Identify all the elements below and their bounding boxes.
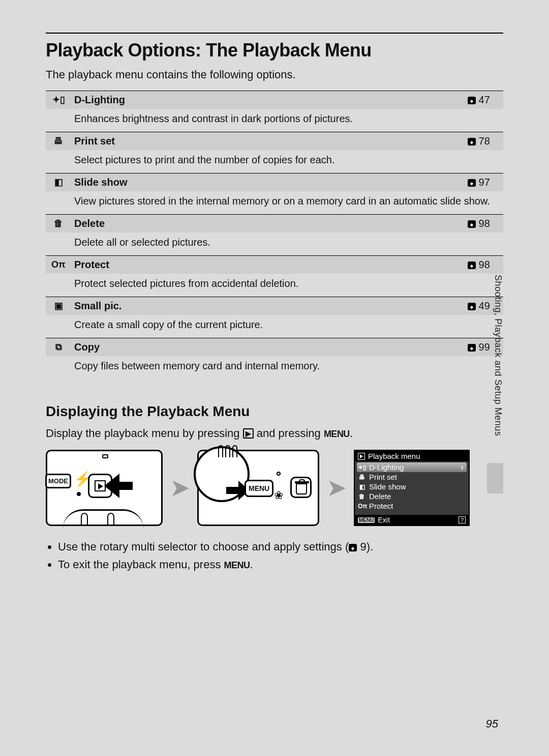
option-description: Copy files between memory card and inter…	[69, 356, 503, 379]
manual-page: Playback Options: The Playback Menu The …	[0, 0, 549, 756]
option-page-ref: ⬥ 47	[463, 91, 503, 109]
side-tab-label: Shooting, Playback and Setup Menus	[487, 275, 503, 436]
indicator-dot-icon	[277, 472, 281, 476]
screen-menu-item: 🖶Print set	[357, 472, 467, 482]
instr-mid: and pressing	[257, 427, 324, 440]
list-item: Use the rotary multi selector to choose …	[58, 538, 503, 555]
note-text: ).	[367, 540, 373, 553]
menu-item-label: Print set	[369, 473, 397, 481]
page-ref-icon: ⬥	[468, 220, 476, 228]
option-header-row: ◧Slide show⬥ 97	[46, 173, 503, 191]
option-desc-row: View pictures stored in the internal mem…	[46, 191, 503, 215]
sequence-arrow-icon: ➤	[326, 476, 347, 500]
page-ref-icon: ⬥	[468, 303, 476, 310]
top-rule	[46, 33, 503, 34]
option-icon: ◧	[46, 173, 69, 191]
option-icon: 🗑	[46, 214, 69, 232]
screen-menu-item: OπProtect	[357, 501, 467, 511]
option-header-row: 🗑Delete⬥ 98	[46, 214, 503, 232]
screen-footer: MENU Exit ?	[355, 515, 469, 525]
menu-item-label: Slide show	[369, 482, 406, 491]
page-ref-icon: ⬥	[468, 261, 476, 269]
option-description: View pictures stored in the internal mem…	[69, 191, 503, 215]
page-ref-icon: ⬥	[468, 138, 476, 146]
list-item: To exit the playback menu, press MENU.	[58, 556, 503, 573]
delete-button-icon	[290, 477, 312, 498]
page-number: 95	[486, 717, 498, 731]
screen-menu-item: 🗑Delete	[357, 491, 467, 501]
option-page-ref: ⬥ 78	[463, 132, 503, 150]
screen-menu-item: ✦▯D-Lighting	[357, 462, 467, 472]
option-header-row: ✦▯D-Lighting⬥ 47	[46, 91, 503, 109]
option-title: Protect	[69, 255, 463, 274]
macro-icon: ❀	[274, 489, 283, 502]
menu-button-label: MENU	[324, 428, 350, 440]
indicator-dot-icon	[77, 492, 81, 496]
menu-item-icon: ◧	[358, 483, 366, 490]
option-icon: Oπ	[46, 255, 69, 274]
option-header-row: 🖶Print set⬥ 78	[46, 132, 503, 150]
note-text: .	[250, 558, 253, 571]
mode-button-icon: MODE	[45, 474, 71, 488]
option-title: Print set	[69, 132, 463, 150]
menu-item-icon: 🖶	[358, 474, 366, 481]
note-text: To exit the playback menu, press	[58, 558, 224, 571]
option-icon: ▣	[46, 297, 69, 315]
option-desc-row: Protect selected pictures from accidenta…	[46, 274, 503, 297]
menu-button-icon: MENU	[245, 480, 273, 497]
page-ref-number: 9	[360, 540, 366, 553]
menu-item-label: Delete	[369, 492, 391, 501]
option-page-ref: ⬥ 97	[463, 173, 503, 191]
page-ref-icon: ⬥	[468, 344, 476, 352]
screen-title: Playback menu	[368, 452, 420, 460]
option-page-ref: ⬥ 98	[463, 255, 503, 274]
option-desc-row: Select pictures to print and the number …	[46, 150, 503, 173]
menu-item-label: D-Lighting	[369, 463, 404, 472]
side-tab-marker	[487, 463, 503, 493]
intro-text: The playback menu contains the following…	[46, 67, 503, 82]
viewfinder-icon	[102, 454, 108, 458]
exit-label: Exit	[378, 516, 389, 524]
option-title: Slide show	[69, 173, 463, 191]
option-header-row: ▣Small pic.⬥ 49	[46, 297, 503, 315]
option-desc-row: Copy files between memory card and inter…	[46, 356, 503, 379]
display-instruction: Display the playback menu by pressing ▶ …	[46, 426, 503, 441]
screen-title-bar: Playback menu	[355, 451, 469, 461]
option-header-row: ⧉Copy⬥ 99	[46, 338, 503, 356]
page-title: Playback Options: The Playback Menu	[46, 40, 503, 61]
option-title: Copy	[69, 338, 463, 356]
instr-post: .	[350, 427, 353, 440]
menu-item-label: Protect	[369, 502, 393, 510]
option-header-row: OπProtect⬥ 98	[46, 255, 503, 274]
option-description: Create a small copy of the current pictu…	[69, 315, 503, 338]
multi-selector-icon	[63, 509, 144, 530]
option-icon: ✦▯	[46, 91, 69, 109]
page-ref-icon: ⬥	[349, 544, 357, 551]
note-text: Use the rotary multi selector to choose …	[58, 540, 349, 553]
option-description: Protect selected pictures from accidenta…	[69, 274, 503, 297]
option-title: D-Lighting	[69, 91, 463, 109]
section-heading: Displaying the Playback Menu	[46, 403, 503, 420]
option-title: Small pic.	[69, 297, 463, 315]
menu-item-icon: ✦▯	[358, 464, 366, 471]
option-icon: 🖶	[46, 132, 69, 150]
menu-button-label: MENU	[224, 559, 250, 572]
option-icon: ⧉	[46, 338, 69, 356]
press-arrow-icon	[112, 475, 148, 497]
screen-menu-item: ◧Slide show	[357, 482, 467, 491]
option-description: Enhances brightness and contrast in dark…	[69, 109, 503, 132]
option-page-ref: ⬥ 98	[463, 214, 503, 232]
page-ref-icon: ⬥	[468, 97, 476, 104]
playback-menu-screenshot: Playback menu ✦▯D-Lighting🖶Print set◧Sli…	[354, 450, 470, 526]
page-ref-icon: ⬥	[468, 179, 476, 187]
options-table: ✦▯D-Lighting⬥ 47Enhances brightness and …	[46, 91, 503, 379]
instr-pre: Display the playback menu by pressing	[46, 427, 243, 440]
camera-back-diagram-1: MODE ⚡	[46, 450, 163, 526]
playback-icon	[358, 453, 365, 460]
diagram-row: MODE ⚡ ➤ MENU ❀ ➤ Playback menu	[46, 450, 503, 526]
menu-label-icon: MENU	[358, 517, 375, 523]
option-description: Delete all or selected pictures.	[69, 232, 503, 256]
option-desc-row: Delete all or selected pictures.	[46, 232, 503, 256]
camera-back-diagram-2: MENU ❀	[197, 450, 319, 526]
option-description: Select pictures to print and the number …	[69, 150, 503, 173]
